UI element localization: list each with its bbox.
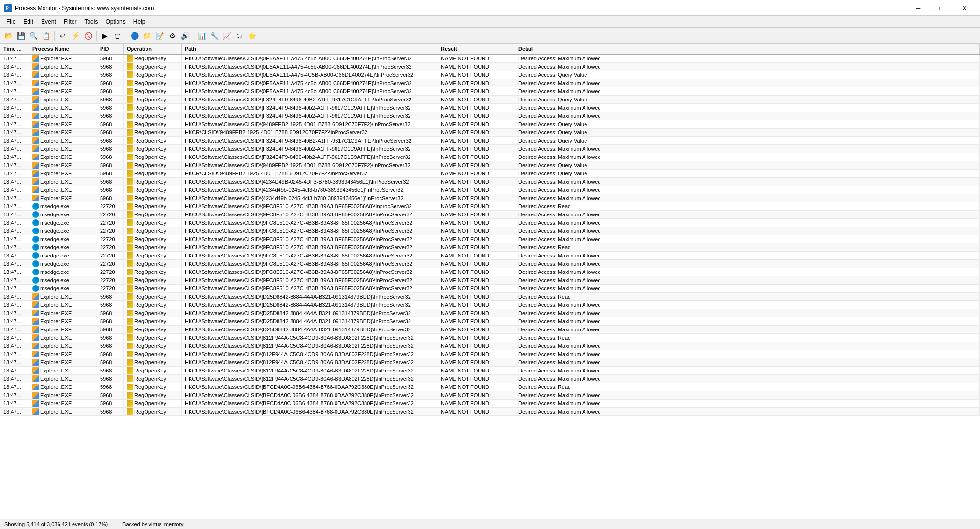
table-row[interactable]: 13:47...Explorer.EXE5968RegOpenKeyHKCR\C… xyxy=(0,170,980,178)
table-row[interactable]: 13:47...msedge.exe22720RegOpenKeyHKCU\So… xyxy=(0,260,980,268)
cell-time: 13:47... xyxy=(0,161,29,169)
table-row[interactable]: 13:47...Explorer.EXE5968RegOpenKeyHKCU\S… xyxy=(0,367,980,375)
tree-button[interactable]: 🗂 xyxy=(234,30,245,42)
tools-button[interactable]: 🔧 xyxy=(208,30,220,42)
menu-item-tools[interactable]: Tools xyxy=(80,17,102,26)
col-header-path[interactable]: Path xyxy=(182,44,438,54)
menu-item-options[interactable]: Options xyxy=(102,17,129,26)
col-header-process[interactable]: Process Name xyxy=(29,44,97,54)
table-row[interactable]: 13:47...Explorer.EXE5968RegOpenKeyHKCU\S… xyxy=(0,145,980,153)
filter-button[interactable]: 🚫 xyxy=(82,30,94,42)
cell-detail: Desired Access: Maximum Allowed xyxy=(515,87,980,95)
table-row[interactable]: 13:47...Explorer.EXE5968RegOpenKeyHKCU\S… xyxy=(0,293,980,301)
find-button[interactable]: 🔍 xyxy=(28,30,39,42)
table-row[interactable]: 13:47...Explorer.EXE5968RegOpenKeyHKCU\S… xyxy=(0,375,980,383)
cell-process: Explorer.EXE xyxy=(29,367,97,374)
table-row[interactable]: 13:47...Explorer.EXE5968RegOpenKeyHKCU\S… xyxy=(0,63,980,71)
table-row[interactable]: 13:47...msedge.exe22720RegOpenKeyHKCU\So… xyxy=(0,276,980,285)
table-row[interactable]: 13:47...Explorer.EXE5968RegOpenKeyHKCU\S… xyxy=(0,334,980,342)
cell-path: HKCU\Software\Classes\CLSID\{0E5AAE11-A4… xyxy=(182,55,438,62)
explorer-icon xyxy=(32,121,39,128)
menu-item-filter[interactable]: Filter xyxy=(60,17,81,26)
table-row[interactable]: 13:47...Explorer.EXE5968RegOpenKeyHKCU\S… xyxy=(0,120,980,129)
cell-time: 13:47... xyxy=(0,400,29,407)
cell-operation: RegOpenKey xyxy=(124,268,182,276)
menu-item-file[interactable]: File xyxy=(2,17,19,26)
regkey-icon xyxy=(127,392,133,399)
table-row[interactable]: 13:47...Explorer.EXE5968RegOpenKeyHKCU\S… xyxy=(0,104,980,112)
table-row[interactable]: 13:47...Explorer.EXE5968RegOpenKeyHKCU\S… xyxy=(0,301,980,309)
maximize-button[interactable]: □ xyxy=(930,2,952,14)
table-row[interactable]: 13:47...Explorer.EXE5968RegOpenKeyHKCU\S… xyxy=(0,79,980,87)
cell-pid: 5968 xyxy=(97,79,124,87)
table-row[interactable]: 13:47...msedge.exe22720RegOpenKeyHKCU\So… xyxy=(0,227,980,235)
cell-result: NAME NOT FOUND xyxy=(438,87,515,95)
open-button[interactable]: 📂 xyxy=(2,30,14,42)
process-name-label: Explorer.EXE xyxy=(40,88,72,94)
cell-result: NAME NOT FOUND xyxy=(438,145,515,153)
copy-button[interactable]: 📋 xyxy=(40,30,52,42)
table-row[interactable]: 13:47...Explorer.EXE5968RegOpenKeyHKCU\S… xyxy=(0,383,980,391)
table-row[interactable]: 13:47...Explorer.EXE5968RegOpenKeyHKCU\S… xyxy=(0,391,980,400)
cell-path: HKCU\Software\Classes\CLSID\{0E5AAE11-A4… xyxy=(182,79,438,87)
profiling-button[interactable]: 🔊 xyxy=(179,30,190,42)
back-button[interactable]: ↩ xyxy=(57,30,69,42)
col-header-result[interactable]: Result xyxy=(438,44,515,54)
table-row[interactable]: 13:47...Explorer.EXE5968RegOpenKeyHKCU\S… xyxy=(0,350,980,358)
table-row[interactable]: 13:47...Explorer.EXE5968RegOpenKeyHKCU\S… xyxy=(0,55,980,63)
menu-item-help[interactable]: Help xyxy=(130,17,149,26)
table-row[interactable]: 13:47...msedge.exe22720RegOpenKeyHKCU\So… xyxy=(0,202,980,211)
favorite-button[interactable]: ⭐ xyxy=(246,30,258,42)
table-row[interactable]: 13:47...msedge.exe22720RegOpenKeyHKCU\So… xyxy=(0,268,980,276)
table-row[interactable]: 13:47...Explorer.EXE5968RegOpenKeyHKCU\S… xyxy=(0,194,980,202)
registry-button[interactable]: 📝 xyxy=(154,30,165,42)
table-row[interactable]: 13:47...Explorer.EXE5968RegOpenKeyHKCU\S… xyxy=(0,112,980,120)
table-row[interactable]: 13:47...Explorer.EXE5968RegOpenKeyHKCU\S… xyxy=(0,400,980,408)
table-row[interactable]: 13:47...Explorer.EXE5968RegOpenKeyHKCR\C… xyxy=(0,129,980,137)
minimize-button[interactable]: ─ xyxy=(907,2,929,14)
network-button[interactable]: 🔵 xyxy=(129,30,140,42)
col-header-pid[interactable]: PID xyxy=(97,44,124,54)
process-button[interactable]: ⚙ xyxy=(166,30,178,42)
cell-operation: RegOpenKey xyxy=(124,129,182,136)
filesystem-button[interactable]: 📁 xyxy=(141,30,153,42)
stats-button[interactable]: 📈 xyxy=(221,30,233,42)
table-row[interactable]: 13:47...msedge.exe22720RegOpenKeyHKCU\So… xyxy=(0,219,980,227)
cell-detail: Desired Access: Maximum Allowed xyxy=(515,104,980,112)
process-name-label: msedge.exe xyxy=(40,236,69,242)
table-row[interactable]: 13:47...msedge.exe22720RegOpenKeyHKCU\So… xyxy=(0,235,980,243)
table-row[interactable]: 13:47...Explorer.EXE5968RegOpenKeyHKCU\S… xyxy=(0,186,980,194)
cell-result: NAME NOT FOUND xyxy=(438,96,515,103)
explorer-icon xyxy=(32,80,39,86)
col-header-detail[interactable]: Detail xyxy=(515,44,980,54)
col-header-operation[interactable]: Operation xyxy=(124,44,182,54)
table-row[interactable]: 13:47...msedge.exe22720RegOpenKeyHKCU\So… xyxy=(0,211,980,219)
table-row[interactable]: 13:47...Explorer.EXE5968RegOpenKeyHKCU\S… xyxy=(0,309,980,317)
menu-item-edit[interactable]: Edit xyxy=(19,17,37,26)
menu-item-event[interactable]: Event xyxy=(37,17,60,26)
table-row[interactable]: 13:47...msedge.exe22720RegOpenKeyHKCU\So… xyxy=(0,285,980,293)
clear-button[interactable]: 🗑 xyxy=(112,30,123,42)
table-row[interactable]: 13:47...msedge.exe22720RegOpenKeyHKCU\So… xyxy=(0,243,980,252)
table-row[interactable]: 13:47...Explorer.EXE5968RegOpenKeyHKCU\S… xyxy=(0,137,980,145)
save-button[interactable]: 💾 xyxy=(15,30,27,42)
table-row[interactable]: 13:47...Explorer.EXE5968RegOpenKeyHKCU\S… xyxy=(0,96,980,104)
capture-toggle-button[interactable]: ▶ xyxy=(99,30,111,42)
table-row[interactable]: 13:47...Explorer.EXE5968RegOpenKeyHKCU\S… xyxy=(0,342,980,350)
table-row[interactable]: 13:47...msedge.exe22720RegOpenKeyHKCU\So… xyxy=(0,252,980,260)
table-row[interactable]: 13:47...Explorer.EXE5968RegOpenKeyHKCU\S… xyxy=(0,87,980,96)
table-row[interactable]: 13:47...Explorer.EXE5968RegOpenKeyHKCU\S… xyxy=(0,326,980,334)
table-row[interactable]: 13:47...Explorer.EXE5968RegOpenKeyHKCU\S… xyxy=(0,317,980,326)
process-name-label: msedge.exe xyxy=(40,228,69,234)
table-row[interactable]: 13:47...Explorer.EXE5968RegOpenKeyHKCU\S… xyxy=(0,153,980,161)
highlight-button[interactable]: ⚡ xyxy=(70,30,81,42)
table-row[interactable]: 13:47...Explorer.EXE5968RegOpenKeyHKCU\S… xyxy=(0,178,980,186)
chart-button[interactable]: 📊 xyxy=(196,30,207,42)
table-row[interactable]: 13:47...Explorer.EXE5968RegOpenKeyHKCU\S… xyxy=(0,358,980,367)
table-row[interactable]: 13:47...Explorer.EXE5968RegOpenKeyHKCU\S… xyxy=(0,71,980,79)
process-name-label: Explorer.EXE xyxy=(40,343,72,349)
table-row[interactable]: 13:47...Explorer.EXE5968RegOpenKeyHKCU\S… xyxy=(0,161,980,170)
close-button[interactable]: ✕ xyxy=(953,2,976,14)
col-header-time[interactable]: Time ... xyxy=(0,44,29,54)
table-row[interactable]: 13:47...Explorer.EXE5968RegOpenKeyHKCU\S… xyxy=(0,408,980,416)
